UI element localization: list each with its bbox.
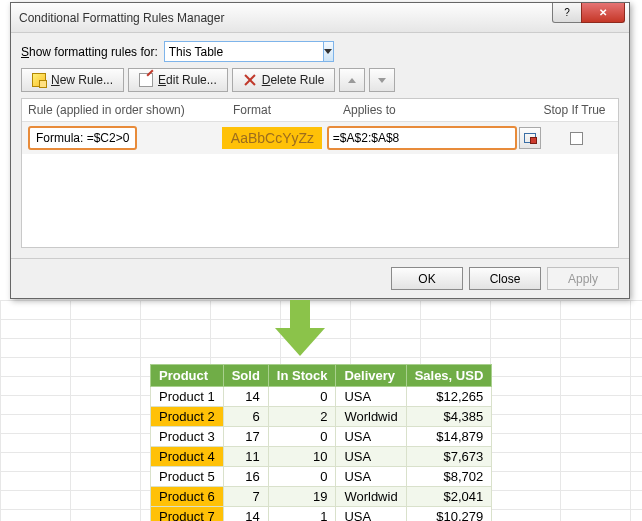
col-header-rule: Rule (applied in order shown) [28, 103, 233, 117]
cf-rules-manager-dialog: Conditional Formatting Rules Manager ? ✕… [10, 2, 630, 299]
delete-rule-icon [243, 73, 257, 87]
table-cell[interactable]: USA [336, 447, 406, 467]
col-header-stop: Stop If True [537, 103, 612, 117]
table-header[interactable]: Sales, USD [406, 365, 492, 387]
edit-rule-icon [139, 73, 153, 87]
table-row[interactable]: Product 7141USA$10,279 [151, 507, 492, 522]
move-down-button[interactable] [369, 68, 395, 92]
result-table: ProductSoldIn StockDeliverySales, USD Pr… [150, 364, 492, 521]
new-rule-button[interactable]: NNew Rule...ew Rule... [21, 68, 124, 92]
rule-row[interactable]: Formula: =$C2>0 AaBbCcYyZz [22, 122, 618, 154]
table-cell[interactable]: 1 [268, 507, 336, 522]
col-header-format: Format [233, 103, 343, 117]
scope-input[interactable] [165, 45, 323, 59]
applies-to-input[interactable] [327, 126, 517, 150]
table-row[interactable]: Product 6719Worldwid$2,041 [151, 487, 492, 507]
table-cell[interactable]: 6 [223, 407, 268, 427]
table-cell[interactable]: 11 [223, 447, 268, 467]
table-cell[interactable]: Worldwid [336, 407, 406, 427]
delete-rule-button[interactable]: Delete Rule [232, 68, 336, 92]
table-cell[interactable]: $2,041 [406, 487, 492, 507]
table-cell[interactable]: 0 [268, 387, 336, 407]
format-preview: AaBbCcYyZz [222, 127, 322, 149]
edit-rule-button[interactable]: Edit Rule... [128, 68, 228, 92]
table-cell[interactable]: 0 [268, 467, 336, 487]
table-cell[interactable]: Product 5 [151, 467, 224, 487]
show-rules-label: Show formatting rules for: [21, 45, 158, 59]
table-row[interactable]: Product 262Worldwid$4,385 [151, 407, 492, 427]
stop-if-true-checkbox[interactable] [570, 132, 583, 145]
table-header[interactable]: Sold [223, 365, 268, 387]
help-button[interactable]: ? [552, 3, 582, 23]
arrow-down-icon [275, 300, 325, 358]
table-cell[interactable]: USA [336, 427, 406, 447]
chevron-down-icon [378, 78, 386, 83]
table-cell[interactable]: Product 1 [151, 387, 224, 407]
table-header[interactable]: Delivery [336, 365, 406, 387]
col-header-applies: Applies to [343, 103, 537, 117]
range-selector-icon [524, 133, 536, 143]
table-cell[interactable]: Worldwid [336, 487, 406, 507]
table-cell[interactable]: Product 6 [151, 487, 224, 507]
apply-button: Apply [547, 267, 619, 290]
new-rule-icon [32, 73, 46, 87]
table-cell[interactable]: USA [336, 507, 406, 522]
table-header[interactable]: In Stock [268, 365, 336, 387]
table-cell[interactable]: $10,279 [406, 507, 492, 522]
table-cell[interactable]: 17 [223, 427, 268, 447]
table-cell[interactable]: $14,879 [406, 427, 492, 447]
close-window-button[interactable]: ✕ [581, 3, 625, 23]
table-cell[interactable]: USA [336, 387, 406, 407]
rule-formula: Formula: =$C2>0 [28, 126, 137, 150]
table-row[interactable]: Product 41110USA$7,673 [151, 447, 492, 467]
ok-button[interactable]: OK [391, 267, 463, 290]
table-cell[interactable]: $4,385 [406, 407, 492, 427]
table-cell[interactable]: 2 [268, 407, 336, 427]
dialog-title: Conditional Formatting Rules Manager [19, 11, 224, 25]
table-cell[interactable]: Product 3 [151, 427, 224, 447]
close-button[interactable]: Close [469, 267, 541, 290]
table-cell[interactable]: 10 [268, 447, 336, 467]
table-row[interactable]: Product 5160USA$8,702 [151, 467, 492, 487]
table-cell[interactable]: 16 [223, 467, 268, 487]
move-up-button[interactable] [339, 68, 365, 92]
table-header[interactable]: Product [151, 365, 224, 387]
table-row[interactable]: Product 1140USA$12,265 [151, 387, 492, 407]
table-cell[interactable]: 14 [223, 387, 268, 407]
table-cell[interactable]: $7,673 [406, 447, 492, 467]
table-cell[interactable]: $12,265 [406, 387, 492, 407]
table-cell[interactable]: $8,702 [406, 467, 492, 487]
scope-combobox[interactable] [164, 41, 334, 62]
table-row[interactable]: Product 3170USA$14,879 [151, 427, 492, 447]
table-cell[interactable]: 19 [268, 487, 336, 507]
table-cell[interactable]: Product 4 [151, 447, 224, 467]
table-cell[interactable]: 0 [268, 427, 336, 447]
chevron-down-icon[interactable] [323, 42, 333, 61]
table-cell[interactable]: Product 7 [151, 507, 224, 522]
table-cell[interactable]: 14 [223, 507, 268, 522]
table-cell[interactable]: 7 [223, 487, 268, 507]
rules-list: Rule (applied in order shown) Format App… [21, 98, 619, 248]
chevron-up-icon [348, 78, 356, 83]
table-cell[interactable]: Product 2 [151, 407, 224, 427]
range-selector-button[interactable] [519, 127, 541, 149]
titlebar[interactable]: Conditional Formatting Rules Manager ? ✕ [11, 3, 629, 33]
table-cell[interactable]: USA [336, 467, 406, 487]
